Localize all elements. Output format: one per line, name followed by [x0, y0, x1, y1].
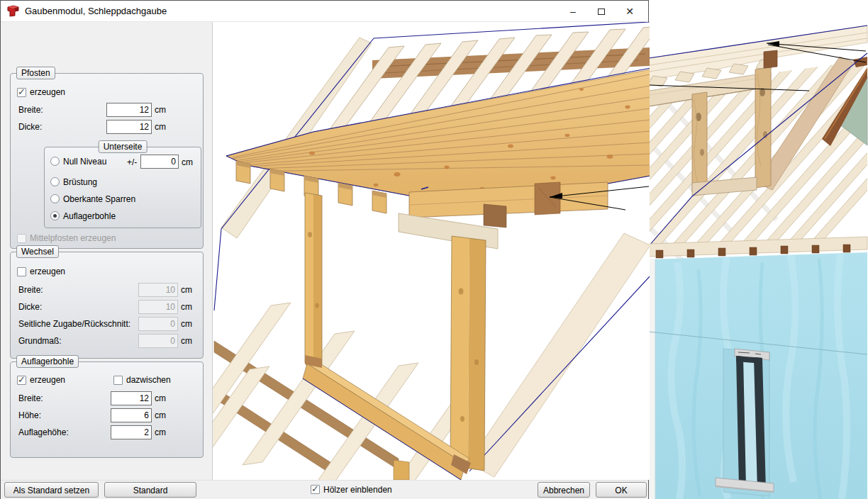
main-app-3d-view[interactable]: [649, 0, 868, 499]
dazwischen-checkbox[interactable]: [113, 376, 123, 385]
unterseite-group: Unterseite Null Niveau +/- cm Brüstung O…: [44, 147, 201, 228]
pfosten-breite-input[interactable]: [106, 103, 152, 117]
auflagerbohle-group: Auflagerbohle erzeugen dazwischen Breite…: [10, 361, 204, 458]
settings-panel: Pfosten erzeugen Breite: cm Dicke: cm Un…: [1, 22, 212, 480]
auflagehoehe-input[interactable]: [111, 425, 152, 439]
radio-auflagerbohle-label: Auflagerbohle: [63, 211, 116, 221]
screen: Gaubenmodul, Schleppdachgaube – ✕ Allgem…: [0, 0, 868, 499]
wechsel-grundmass-label: Grundmaß:: [18, 336, 62, 346]
pfosten-group-label: Pfosten: [16, 67, 55, 79]
radio-bruestung-label: Brüstung: [63, 177, 97, 187]
wechsel-group-label: Wechsel: [16, 245, 59, 258]
auflagerbohle-breite-label: Breite:: [18, 393, 43, 403]
mittelpfosten-label: Mittelpfosten erzeugen: [30, 233, 116, 243]
wechsel-dicke-input[interactable]: [138, 300, 178, 314]
wechsel-grundmass-unit: cm: [181, 336, 192, 346]
auflagerbohle-erzeugen-checkbox[interactable]: [17, 376, 26, 385]
auflagerbohle-erzeugen-label: erzeugen: [30, 375, 65, 385]
radio-null-niveau-label: Null Niveau: [63, 157, 106, 167]
pfosten-group: Pfosten erzeugen Breite: cm Dicke: cm Un…: [10, 73, 204, 249]
wall-window: [716, 349, 774, 496]
wechsel-zugabe-label: Seitliche Zugabe/Rückschnitt:: [18, 319, 130, 329]
minimize-button[interactable]: –: [559, 1, 587, 21]
minimize-icon: –: [570, 6, 576, 17]
gaubenmodul-dialog: Gaubenmodul, Schleppdachgaube – ✕ Allgem…: [0, 0, 649, 499]
dormer-scene: [213, 22, 650, 480]
dazwischen-label: dazwischen: [126, 375, 171, 385]
hoehe-input[interactable]: [111, 408, 152, 422]
wechsel-breite-unit: cm: [181, 285, 192, 295]
window-title: Gaubenmodul, Schleppdachgaube: [25, 6, 167, 16]
pfosten-breite-label: Breite:: [18, 105, 43, 115]
hoehe-unit: cm: [155, 410, 166, 420]
radio-oberkante-sparren-label: Oberkante Sparren: [63, 194, 135, 204]
pfosten-erzeugen-label: erzeugen: [30, 87, 65, 97]
offset-unit: cm: [182, 157, 193, 167]
app-icon: [7, 5, 19, 17]
show-timber-label: Hölzer einblenden: [323, 485, 392, 495]
auflagerbohle-group-label: Auflagerbohle: [16, 355, 79, 368]
close-icon: ✕: [625, 6, 634, 17]
maximize-button[interactable]: [587, 1, 616, 21]
pfosten-dicke-unit: cm: [155, 122, 166, 132]
pfosten-erzeugen-checkbox[interactable]: [17, 88, 26, 97]
apply-default-button[interactable]: Standard übernehmen: [104, 482, 196, 498]
wechsel-breite-label: Breite:: [18, 285, 43, 295]
dialog-footer: Als Standard setzen Standard übernehmen …: [1, 480, 648, 499]
unterseite-group-label: Unterseite: [99, 140, 148, 153]
close-button[interactable]: ✕: [616, 1, 644, 21]
auflagerbohle-breite-unit: cm: [155, 393, 166, 403]
radio-null-niveau[interactable]: [50, 157, 60, 166]
cancel-button[interactable]: Abbrechen: [538, 482, 590, 498]
pfosten-breite-unit: cm: [155, 105, 166, 115]
hoehe-label: Höhe:: [18, 410, 41, 420]
offset-label: +/-: [127, 157, 137, 167]
wechsel-zugabe-unit: cm: [181, 319, 192, 329]
dormer-3d-preview[interactable]: [212, 22, 649, 480]
offset-input[interactable]: [140, 155, 179, 169]
radio-oberkante-sparren[interactable]: [50, 194, 60, 203]
show-timber-checkbox[interactable]: [311, 485, 320, 494]
app-roof-wall-scene: [649, 0, 868, 499]
wechsel-erzeugen-checkbox[interactable]: [17, 267, 26, 276]
auflagerbohle-breite-input[interactable]: [111, 391, 152, 405]
pfosten-dicke-input[interactable]: [106, 120, 152, 134]
wechsel-group: Wechsel erzeugen Breite: cm Dicke: cm Se…: [10, 252, 204, 359]
auflagehoehe-label: Auflagehöhe:: [18, 427, 69, 437]
wechsel-erzeugen-label: erzeugen: [30, 267, 65, 276]
set-default-button[interactable]: Als Standard setzen: [4, 482, 99, 498]
maximize-icon: [598, 9, 605, 15]
ok-button[interactable]: OK: [596, 482, 647, 498]
wechsel-breite-input[interactable]: [138, 283, 178, 297]
wechsel-zugabe-input[interactable]: [138, 317, 178, 331]
auflagehoehe-unit: cm: [155, 427, 166, 437]
radio-auflagerbohle[interactable]: [50, 211, 60, 220]
wechsel-dicke-label: Dicke:: [18, 302, 42, 312]
wechsel-grundmass-input[interactable]: [138, 334, 178, 348]
wechsel-dicke-unit: cm: [181, 302, 192, 312]
radio-bruestung[interactable]: [50, 177, 60, 186]
pfosten-dicke-label: Dicke:: [18, 122, 42, 132]
titlebar[interactable]: Gaubenmodul, Schleppdachgaube – ✕: [1, 1, 648, 22]
mittelpfosten-checkbox[interactable]: [17, 234, 26, 243]
